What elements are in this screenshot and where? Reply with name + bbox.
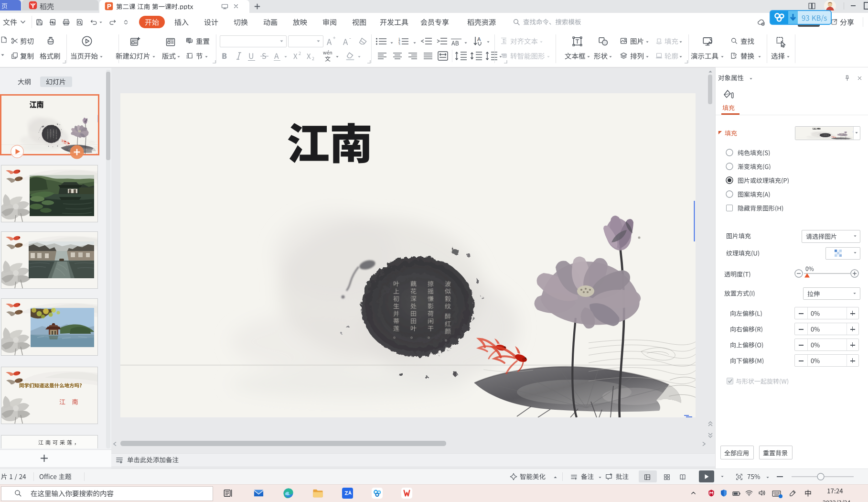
- svg-text:3: 3: [398, 42, 400, 45]
- svg-text:A: A: [477, 36, 481, 42]
